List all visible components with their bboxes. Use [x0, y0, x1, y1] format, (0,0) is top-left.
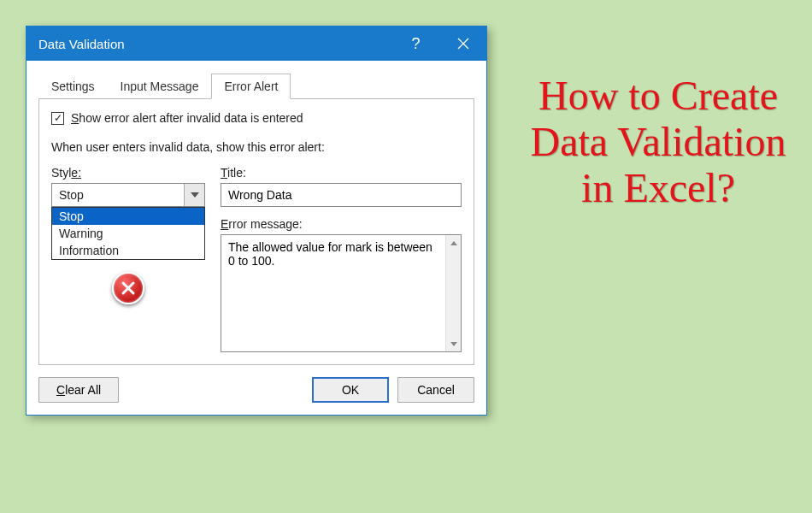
tab-settings[interactable]: Settings	[38, 74, 108, 99]
style-option-warning[interactable]: Warning	[52, 225, 204, 242]
tab-strip: Settings Input Message Error Alert	[26, 61, 486, 98]
title-label: Title:	[221, 166, 462, 180]
ok-button[interactable]: OK	[312, 377, 389, 403]
headline-text: How to Create Data Validation in Excel?	[521, 73, 795, 210]
title-input[interactable]	[221, 183, 462, 207]
scroll-up-icon[interactable]	[446, 235, 461, 251]
show-error-alert-checkbox[interactable]: ✓	[51, 112, 64, 125]
error-message-wrap: The allowed value for mark is between 0 …	[221, 234, 462, 352]
error-message-textarea[interactable]: The allowed value for mark is between 0 …	[221, 235, 445, 351]
style-dropdown-list: Stop Warning Information	[51, 207, 205, 260]
show-error-alert-label: Show error alert after invalid data is e…	[71, 111, 303, 125]
error-message-label: Error message:	[221, 217, 462, 231]
dialog-titlebar: Data Validation ?	[26, 27, 486, 61]
close-icon	[457, 38, 469, 50]
stop-error-icon	[112, 272, 144, 304]
cancel-button[interactable]: Cancel	[397, 377, 474, 403]
style-option-information[interactable]: Information	[52, 242, 204, 259]
error-alert-panel: ✓ Show error alert after invalid data is…	[38, 98, 474, 365]
style-select-value: Stop	[52, 184, 184, 206]
close-button[interactable]	[439, 27, 486, 61]
help-button[interactable]: ?	[392, 27, 439, 61]
style-column: Style: Stop Stop Warning Information	[51, 162, 205, 352]
textarea-scrollbar[interactable]	[445, 235, 461, 351]
style-label: Style:	[51, 166, 205, 180]
style-option-stop[interactable]: Stop	[52, 208, 204, 225]
form-row: Style: Stop Stop Warning Information	[51, 162, 462, 352]
tab-error-alert[interactable]: Error Alert	[211, 74, 291, 99]
clear-all-button[interactable]: Clear All	[38, 377, 119, 403]
title-message-column: Title: Error message: The allowed value …	[221, 162, 462, 352]
data-validation-dialog: Data Validation ? Settings Input Message…	[26, 26, 487, 416]
style-select[interactable]: Stop Stop Warning Information	[51, 183, 205, 260]
dialog-button-row: Clear All OK Cancel	[26, 365, 486, 415]
instruction-text: When user enters invalid data, show this…	[51, 140, 462, 154]
tab-input-message[interactable]: Input Message	[108, 74, 212, 99]
scroll-down-icon[interactable]	[446, 336, 461, 351]
chevron-down-icon[interactable]	[184, 184, 204, 206]
error-icon-preview	[51, 272, 205, 304]
dialog-title: Data Validation	[38, 37, 392, 51]
show-error-alert-row: ✓ Show error alert after invalid data is…	[51, 111, 462, 125]
